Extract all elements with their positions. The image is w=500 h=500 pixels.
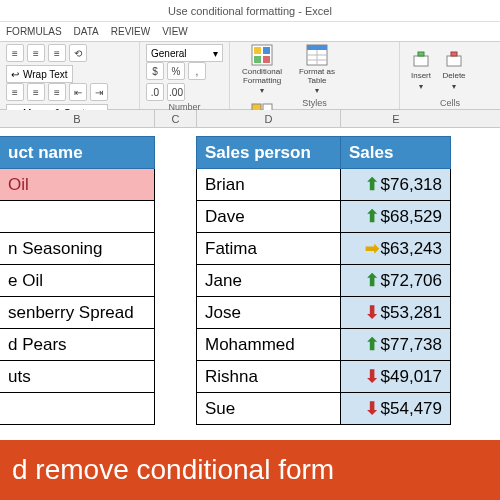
ribbon-tabs: FORMULAS DATA REVIEW VIEW [0, 22, 500, 42]
banner: d remove conditional form [0, 440, 500, 500]
cell-product[interactable]: Oil [0, 169, 155, 201]
cell-sales[interactable]: ➡$63,243 [341, 233, 451, 265]
svg-rect-14 [414, 56, 428, 66]
comma-button[interactable]: , [188, 62, 206, 80]
col-D[interactable]: D [197, 110, 341, 127]
cell-sales[interactable]: ⬇$54,479 [341, 393, 451, 425]
cell-product[interactable] [0, 393, 155, 425]
grid[interactable]: uct name Sales person Sales OilBrian⬆$76… [0, 136, 500, 425]
column-headers: B C D E [0, 110, 500, 128]
table-icon [306, 44, 328, 66]
align-bot-button[interactable]: ≡ [48, 44, 66, 62]
wrap-icon: ↩ [11, 69, 19, 80]
delete-icon [443, 48, 465, 70]
cell-person[interactable]: Rishna [197, 361, 341, 393]
format-as-table-button[interactable]: Format as Table ▾ [291, 44, 343, 96]
tab-formulas[interactable]: FORMULAS [6, 26, 62, 37]
cell-person[interactable]: Jose [197, 297, 341, 329]
title-bar: Use conditional formatting - Excel [0, 0, 500, 22]
delete-cells-button[interactable]: Delete ▾ [439, 44, 469, 96]
header-salesperson[interactable]: Sales person [197, 137, 341, 169]
group-label-cells: Cells [406, 98, 494, 108]
indent-inc-button[interactable]: ⇥ [90, 83, 108, 101]
cell-person[interactable]: Dave [197, 201, 341, 233]
header-sales[interactable]: Sales [341, 137, 451, 169]
cell-person[interactable]: Fatima [197, 233, 341, 265]
conditional-formatting-button[interactable]: Conditional Formatting ▾ [236, 44, 288, 96]
cell-product[interactable]: d Pears [0, 329, 155, 361]
cell-sales[interactable]: ⬆$68,529 [341, 201, 451, 233]
cell-sales[interactable]: ⬇$49,017 [341, 361, 451, 393]
worksheet[interactable]: B C D E uct name Sales person Sales OilB… [0, 110, 500, 450]
tab-review[interactable]: REVIEW [111, 26, 150, 37]
cell-product[interactable]: e Oil [0, 265, 155, 297]
align-right-button[interactable]: ≡ [48, 83, 66, 101]
arrow-side-icon: ➡ [365, 238, 379, 259]
svg-rect-6 [307, 45, 327, 50]
svg-rect-16 [447, 56, 461, 66]
group-label-styles: Styles [236, 98, 393, 108]
cell-sales[interactable]: ⬆$72,706 [341, 265, 451, 297]
insert-cells-button[interactable]: Insert ▾ [406, 44, 436, 96]
orientation-button[interactable]: ⟲ [69, 44, 87, 62]
arrow-up-icon: ⬆ [365, 206, 379, 227]
cell-sales[interactable]: ⬆$77,738 [341, 329, 451, 361]
cell-person[interactable]: Sue [197, 393, 341, 425]
svg-rect-15 [418, 52, 424, 56]
svg-rect-2 [263, 47, 270, 54]
arrow-up-icon: ⬆ [365, 270, 379, 291]
cell-product[interactable]: uts [0, 361, 155, 393]
cell-product[interactable]: senberry Spread [0, 297, 155, 329]
cell-person[interactable]: Jane [197, 265, 341, 297]
percent-button[interactable]: % [167, 62, 185, 80]
cell-product[interactable] [0, 201, 155, 233]
wrap-text-button[interactable]: ↩Wrap Text [6, 65, 73, 83]
tab-data[interactable]: DATA [74, 26, 99, 37]
ribbon: ≡ ≡ ≡ ⟲ ↩Wrap Text ≡ ≡ ≡ ⇤ ⇥ ⊞Merge & Ce… [0, 42, 500, 110]
indent-dec-button[interactable]: ⇤ [69, 83, 87, 101]
align-top-button[interactable]: ≡ [6, 44, 24, 62]
cell-person[interactable]: Mohammed [197, 329, 341, 361]
header-product[interactable]: uct name [0, 137, 155, 169]
number-format-dropdown[interactable]: General ▾ [146, 44, 223, 62]
arrow-down-icon: ⬇ [365, 302, 379, 323]
arrow-up-icon: ⬆ [365, 174, 379, 195]
cell-product[interactable]: n Seasoning [0, 233, 155, 265]
cell-sales[interactable]: ⬇$53,281 [341, 297, 451, 329]
cell-person[interactable]: Brian [197, 169, 341, 201]
svg-rect-4 [263, 56, 270, 63]
col-B[interactable]: B [0, 110, 155, 127]
currency-button[interactable]: $ [146, 62, 164, 80]
col-E[interactable]: E [341, 110, 451, 127]
arrow-down-icon: ⬇ [365, 398, 379, 419]
col-C[interactable]: C [155, 110, 197, 127]
app-title: Use conditional formatting - Excel [168, 5, 332, 17]
dec-decimal-button[interactable]: .00 [167, 83, 185, 101]
align-center-button[interactable]: ≡ [27, 83, 45, 101]
arrow-down-icon: ⬇ [365, 366, 379, 387]
insert-icon [410, 48, 432, 70]
align-left-button[interactable]: ≡ [6, 83, 24, 101]
banner-text: d remove conditional form [12, 454, 334, 486]
cf-icon [251, 44, 273, 66]
svg-rect-3 [254, 56, 261, 63]
svg-rect-17 [451, 52, 457, 56]
inc-decimal-button[interactable]: .0 [146, 83, 164, 101]
arrow-up-icon: ⬆ [365, 334, 379, 355]
align-mid-button[interactable]: ≡ [27, 44, 45, 62]
tab-view[interactable]: VIEW [162, 26, 188, 37]
cell-sales[interactable]: ⬆$76,318 [341, 169, 451, 201]
svg-rect-1 [254, 47, 261, 54]
